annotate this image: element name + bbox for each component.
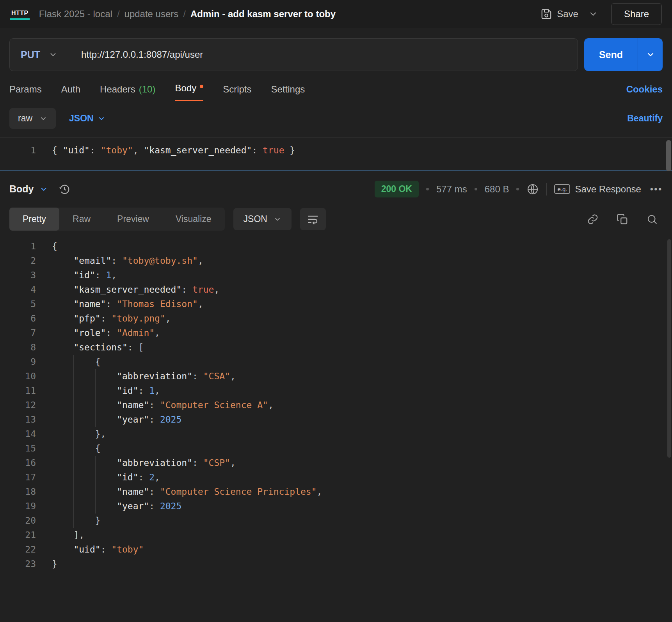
tab-scripts[interactable]: Scripts xyxy=(223,84,251,101)
save-response-button[interactable]: e.g. Save Response xyxy=(554,184,641,195)
tab-preview[interactable]: Preview xyxy=(104,208,162,231)
tab-auth[interactable]: Auth xyxy=(61,84,80,101)
line-number: 15 xyxy=(0,441,36,456)
share-button[interactable]: Share xyxy=(611,3,662,25)
code-line: 3"id": 1, xyxy=(0,268,672,283)
indent-guide xyxy=(52,412,73,427)
tab-visualize[interactable]: Visualize xyxy=(162,208,225,231)
more-options-button[interactable]: ••• xyxy=(650,184,663,194)
indent-guide xyxy=(52,254,73,268)
code-text: "year": 2025 xyxy=(52,499,181,514)
send-button[interactable]: Send xyxy=(584,38,638,71)
code-text: "kasm_server_needed": true, xyxy=(52,283,219,297)
breadcrumb-workspace[interactable]: Flask 2025 - local xyxy=(39,9,112,20)
indent-guide xyxy=(52,311,73,326)
line-number: 4 xyxy=(0,283,36,297)
chevron-down-icon xyxy=(588,9,598,19)
copy-icon[interactable] xyxy=(617,213,628,225)
tab-body[interactable]: Body xyxy=(175,83,203,101)
network-info-icon[interactable] xyxy=(526,183,539,195)
code-text: } xyxy=(52,557,57,571)
code-text: "abbreviation": "CSP", xyxy=(52,456,236,470)
code-text: { xyxy=(52,239,57,254)
response-body-viewer[interactable]: 1{2"email": "toby@toby.sh",3"id": 1,4"ka… xyxy=(0,239,672,571)
line-number: 14 xyxy=(0,427,36,441)
tab-pretty[interactable]: Pretty xyxy=(9,208,59,231)
response-view-selector[interactable]: Body xyxy=(9,183,48,195)
code-line: 17"id": 2, xyxy=(0,470,672,485)
response-language-selector[interactable]: JSON xyxy=(233,208,292,230)
line-number: 22 xyxy=(0,542,36,557)
response-history-button[interactable] xyxy=(58,183,71,195)
response-status-cluster: 200 OK 577 ms 680 B e.g. Save Response •… xyxy=(375,181,663,197)
code-line: 23} xyxy=(0,557,672,571)
code-text: "abbreviation": "CSA", xyxy=(52,369,236,384)
method-selector[interactable]: PUT xyxy=(10,49,70,60)
indent-guide xyxy=(73,355,95,369)
chevron-down-icon xyxy=(39,185,48,194)
save-options-button[interactable] xyxy=(584,5,603,23)
line-number: 21 xyxy=(0,528,36,542)
link-icon[interactable] xyxy=(587,213,599,225)
code-text: "id": 2, xyxy=(52,470,160,485)
code-line: 20} xyxy=(0,514,672,528)
indent-guide xyxy=(95,412,117,427)
chevron-down-icon xyxy=(98,115,105,123)
code-line: 6"pfp": "toby.png", xyxy=(0,311,672,326)
indent-guide xyxy=(73,398,95,412)
tab-raw[interactable]: Raw xyxy=(59,208,104,231)
breadcrumb-collection[interactable]: update users xyxy=(124,9,179,20)
tab-settings[interactable]: Settings xyxy=(271,84,305,101)
response-toolbar: Pretty Raw Preview Visualize JSON xyxy=(9,208,663,231)
request-url-row: PUT http://127.0.0.1:8087/api/user Send xyxy=(9,38,663,71)
indent-guide xyxy=(73,470,95,485)
code-text: "name": "Thomas Edison", xyxy=(52,297,203,311)
http-request-icon: HTTP xyxy=(10,9,30,20)
tab-headers[interactable]: Headers (10) xyxy=(100,84,155,101)
line-number: 17 xyxy=(0,470,36,485)
body-language-selector[interactable]: JSON xyxy=(69,113,105,124)
line-number: 1 xyxy=(0,239,36,254)
status-badge[interactable]: 200 OK xyxy=(375,181,419,197)
send-options-button[interactable] xyxy=(638,38,663,71)
line-number: 13 xyxy=(0,412,36,427)
indent-guide xyxy=(52,369,73,384)
tab-label: Scripts xyxy=(223,84,251,95)
code-line: 1{ xyxy=(0,239,672,254)
response-scrollbar[interactable] xyxy=(667,239,671,458)
indent-guide xyxy=(73,514,95,528)
indent-guide xyxy=(52,499,73,514)
indent-guide xyxy=(52,384,73,398)
response-time: 577 ms xyxy=(436,184,467,195)
beautify-link[interactable]: Beautify xyxy=(627,113,663,124)
line-number: 18 xyxy=(0,485,36,499)
save-icon xyxy=(540,8,552,20)
indent-guide xyxy=(52,456,73,470)
indent-guide xyxy=(52,427,73,441)
url-input[interactable]: http://127.0.0.1:8087/api/user xyxy=(70,49,578,60)
body-mode-label: raw xyxy=(18,113,32,124)
save-button[interactable]: Save xyxy=(535,4,584,24)
line-number: 20 xyxy=(0,514,36,528)
code-text: "name": "Computer Science A", xyxy=(52,398,274,412)
response-header: Body 200 OK 577 ms 680 B xyxy=(9,181,663,197)
request-tabs: Params Auth Headers (10) Body Scripts Se… xyxy=(9,83,663,101)
pane-splitter[interactable] xyxy=(0,170,672,171)
editor-scrollbar[interactable] xyxy=(666,140,671,171)
indent-guide xyxy=(73,485,95,499)
line-number: 10 xyxy=(0,369,36,384)
indent-guide xyxy=(52,528,73,542)
code-text: "role": "Admin", xyxy=(52,326,160,340)
code-line: 12"name": "Computer Science A", xyxy=(0,398,672,412)
request-body-editor[interactable]: 1{ "uid": "toby", "kasm_server_needed": … xyxy=(0,137,672,165)
body-modified-dot xyxy=(200,85,203,88)
search-icon[interactable] xyxy=(646,213,658,225)
cookies-link[interactable]: Cookies xyxy=(626,84,663,101)
code-text: } xyxy=(52,514,101,528)
code-line: 1{ "uid": "toby", "kasm_server_needed": … xyxy=(0,143,672,158)
wrap-lines-button[interactable] xyxy=(300,208,326,230)
line-number: 6 xyxy=(0,311,36,326)
tab-params[interactable]: Params xyxy=(9,84,42,101)
body-mode-selector[interactable]: raw xyxy=(9,108,56,129)
url-container: PUT http://127.0.0.1:8087/api/user xyxy=(9,38,578,71)
